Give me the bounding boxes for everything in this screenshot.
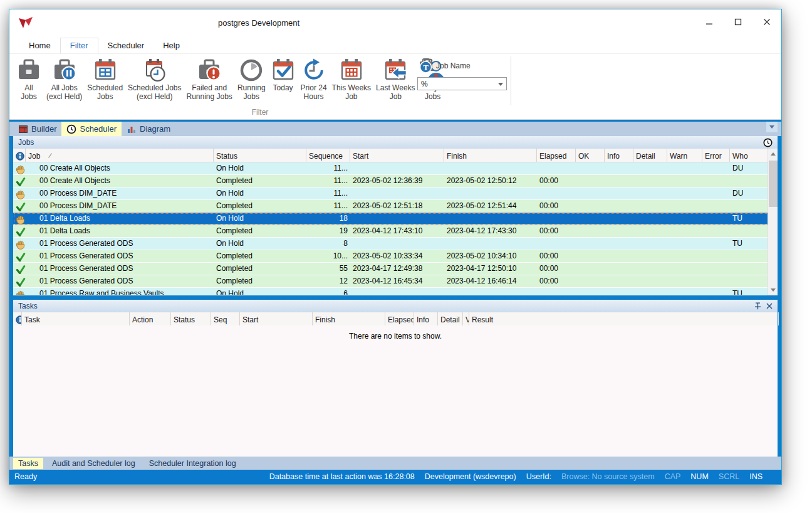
jobs-column-header-warn[interactable]: Warn bbox=[667, 149, 702, 162]
last-weeks-job-button[interactable]: Last Weeks Job bbox=[374, 57, 417, 102]
close-button[interactable] bbox=[752, 9, 781, 34]
failed-and-running-jobs-icon bbox=[197, 58, 222, 83]
tasks-column-header-action[interactable]: Action bbox=[130, 312, 171, 325]
all-jobs-excl-held-button[interactable]: All Jobs (excl Held) bbox=[44, 57, 84, 102]
failed-and-running-jobs-button[interactable]: Failed and Running Jobs bbox=[184, 57, 234, 102]
jobs-column-header-elapsed[interactable]: Elapsed bbox=[537, 149, 576, 162]
job-cell bbox=[13, 188, 26, 199]
job-name-value: % bbox=[421, 80, 428, 88]
scrollbar-thumb[interactable] bbox=[769, 161, 778, 207]
job-cell: 11... bbox=[306, 175, 350, 187]
job-cell: 2023-05-02 10:34:10 bbox=[444, 250, 537, 262]
ribbon-button-label: This Weeks Job bbox=[332, 84, 371, 101]
job-row[interactable]: 01 Process Raw and Business VaultsOn Hol… bbox=[13, 288, 769, 295]
today-button[interactable]: Today bbox=[269, 57, 298, 93]
tasks-column-header-elapsed[interactable]: Elapsed bbox=[385, 312, 414, 325]
tab-diagram[interactable]: Diagram bbox=[122, 122, 175, 136]
job-cell bbox=[730, 175, 769, 187]
jobs-vertical-scrollbar[interactable] bbox=[768, 149, 778, 295]
jobs-column-header-error[interactable]: Error bbox=[702, 149, 730, 162]
all-jobs-button[interactable]: All Jobs bbox=[14, 57, 43, 102]
tasks-column-header-result[interactable]: Result bbox=[469, 312, 779, 325]
job-cell bbox=[576, 288, 605, 295]
maximize-button[interactable] bbox=[724, 9, 752, 34]
close-icon bbox=[763, 18, 771, 26]
jobs-column-header-sequence[interactable]: Sequence bbox=[306, 149, 350, 162]
tab-builder[interactable]: Builder bbox=[13, 122, 61, 136]
tasks-column-header-detail[interactable]: Detail bbox=[438, 312, 463, 325]
tasks-column-header-icon[interactable] bbox=[13, 312, 22, 325]
job-cell bbox=[576, 188, 605, 199]
jobs-column-header-start[interactable]: Start bbox=[350, 149, 444, 162]
completed-check-icon bbox=[16, 277, 25, 287]
prior-24-hours-button[interactable]: Prior 24 Hours bbox=[299, 57, 329, 102]
tasks-column-header-v[interactable]: V bbox=[463, 312, 469, 325]
job-cell bbox=[537, 213, 576, 225]
job-cell bbox=[444, 162, 537, 174]
jobs-column-header-job[interactable]: Job bbox=[26, 149, 214, 162]
tasks-panel-title: Tasks bbox=[18, 302, 38, 310]
job-row[interactable]: 01 Process Generated ODSCompleted552023-… bbox=[13, 263, 769, 275]
job-cell: On Hold bbox=[214, 213, 306, 225]
ribbon-tab-filter[interactable]: Filter bbox=[60, 38, 98, 54]
job-cell: 2023-04-12 16:46:14 bbox=[444, 275, 537, 287]
job-cell: 10... bbox=[306, 250, 350, 262]
job-cell bbox=[667, 250, 702, 262]
tasks-column-header-seq[interactable]: Seq bbox=[211, 312, 240, 325]
bottom-tab-scheduler-integration-log[interactable]: Scheduler Integration log bbox=[144, 458, 241, 469]
ribbon-tab-help[interactable]: Help bbox=[154, 38, 189, 53]
job-cell bbox=[13, 288, 26, 295]
close-panel-icon[interactable] bbox=[766, 303, 773, 309]
bottom-tab-bar: TasksAudit and Scheduler logScheduler In… bbox=[9, 457, 781, 470]
job-cell bbox=[605, 288, 633, 295]
minimize-button[interactable] bbox=[695, 9, 724, 34]
job-row[interactable]: 00 Create All ObjectsOn Hold11...DU bbox=[13, 162, 769, 175]
ribbon-button-label: Failed and Running Jobs bbox=[186, 84, 232, 101]
scheduled-jobs-button[interactable]: Scheduled Jobs bbox=[85, 57, 125, 102]
job-row[interactable]: 00 Process DIM_DATEOn Hold11...DU bbox=[13, 188, 769, 200]
tab-scheduler[interactable]: Scheduler bbox=[61, 122, 122, 136]
running-jobs-icon bbox=[239, 58, 264, 83]
info-icon bbox=[16, 315, 22, 324]
scheduled-jobs-excl-held-button[interactable]: Scheduled Jobs (excl Held) bbox=[126, 57, 183, 102]
ribbon-tab-scheduler[interactable]: Scheduler bbox=[98, 38, 154, 53]
jobs-column-header-ok[interactable]: OK bbox=[576, 149, 605, 162]
job-cell bbox=[13, 250, 26, 262]
job-row[interactable]: 00 Process DIM_DATECompleted11...2023-05… bbox=[13, 200, 769, 213]
job-cell: 01 Delta Loads bbox=[26, 213, 214, 225]
jobs-column-header-detail[interactable]: Detail bbox=[633, 149, 667, 162]
job-row[interactable]: 01 Delta LoadsOn Hold18TU bbox=[13, 213, 769, 225]
chevron-down-icon[interactable] bbox=[498, 83, 503, 86]
scroll-down-arrow-icon[interactable] bbox=[768, 285, 778, 295]
job-row[interactable]: 01 Delta LoadsCompleted192023-04-12 17:4… bbox=[13, 225, 769, 238]
tasks-column-header-info[interactable]: Info bbox=[414, 312, 438, 325]
tasks-column-header-start[interactable]: Start bbox=[240, 312, 313, 325]
jobs-column-header-finish[interactable]: Finish bbox=[444, 149, 537, 162]
bottom-tab-tasks[interactable]: Tasks bbox=[13, 458, 43, 469]
tasks-column-header-finish[interactable]: Finish bbox=[313, 312, 385, 325]
tasks-column-header-task[interactable]: Task bbox=[22, 312, 130, 325]
running-jobs-button[interactable]: Running Jobs bbox=[236, 57, 268, 102]
jobs-column-header-status[interactable]: Status bbox=[214, 149, 306, 162]
tab-list-dropdown-button[interactable] bbox=[766, 122, 778, 132]
ribbon-button-label: Scheduled Jobs (excl Held) bbox=[128, 84, 181, 101]
job-cell: 2023-05-02 12:50:12 bbox=[444, 175, 537, 187]
job-cell bbox=[633, 288, 667, 295]
bottom-tab-audit-and-scheduler-log[interactable]: Audit and Scheduler log bbox=[47, 458, 140, 469]
scheduler-icon bbox=[66, 124, 76, 134]
jobs-column-header-who[interactable]: Who bbox=[730, 149, 769, 162]
job-row[interactable]: 01 Process Generated ODSCompleted10...20… bbox=[13, 250, 769, 263]
tasks-column-header-status[interactable]: Status bbox=[171, 312, 211, 325]
job-row[interactable]: 01 Process Generated ODSCompleted122023-… bbox=[13, 275, 769, 288]
this-weeks-job-button[interactable]: This Weeks Job bbox=[330, 57, 373, 102]
jobs-column-header-info[interactable]: Info bbox=[605, 149, 633, 162]
job-name-combobox[interactable]: % bbox=[417, 77, 507, 90]
job-row[interactable]: 01 Process Generated ODSOn Hold8TU bbox=[13, 238, 769, 250]
scroll-up-arrow-icon[interactable] bbox=[768, 149, 778, 159]
pin-icon[interactable] bbox=[754, 302, 761, 310]
job-row[interactable]: 00 Create All ObjectsCompleted11...2023-… bbox=[13, 175, 769, 188]
job-cell bbox=[605, 200, 633, 212]
jobs-column-header-icon[interactable] bbox=[13, 149, 26, 162]
ribbon-tab-home[interactable]: Home bbox=[19, 38, 60, 53]
job-cell bbox=[13, 238, 26, 250]
